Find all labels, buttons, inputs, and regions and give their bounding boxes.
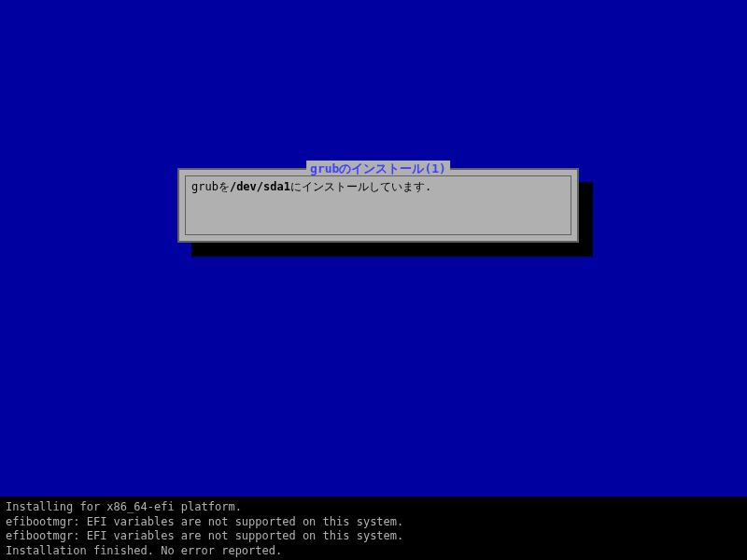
console-line: efibootmgr: EFI variables are not suppor…: [6, 515, 741, 530]
console-output: Installing for x86_64-efi platform. efib…: [0, 497, 747, 560]
message-prefix: grubを: [191, 180, 230, 193]
console-line: Installation finished. No error reported…: [6, 544, 741, 559]
dialog-content: grubを/dev/sda1にインストールしています.: [185, 175, 571, 235]
message-suffix: にインストールしています.: [290, 180, 431, 193]
dialog-message: grubを/dev/sda1にインストールしています.: [191, 180, 565, 195]
install-dialog: grubのインストール(1) grubを/dev/sda1にインストールしていま…: [177, 168, 579, 243]
console-line: efibootmgr: EFI variables are not suppor…: [6, 529, 741, 544]
message-device: /dev/sda1: [230, 180, 290, 193]
console-line: Installing for x86_64-efi platform.: [6, 500, 741, 515]
